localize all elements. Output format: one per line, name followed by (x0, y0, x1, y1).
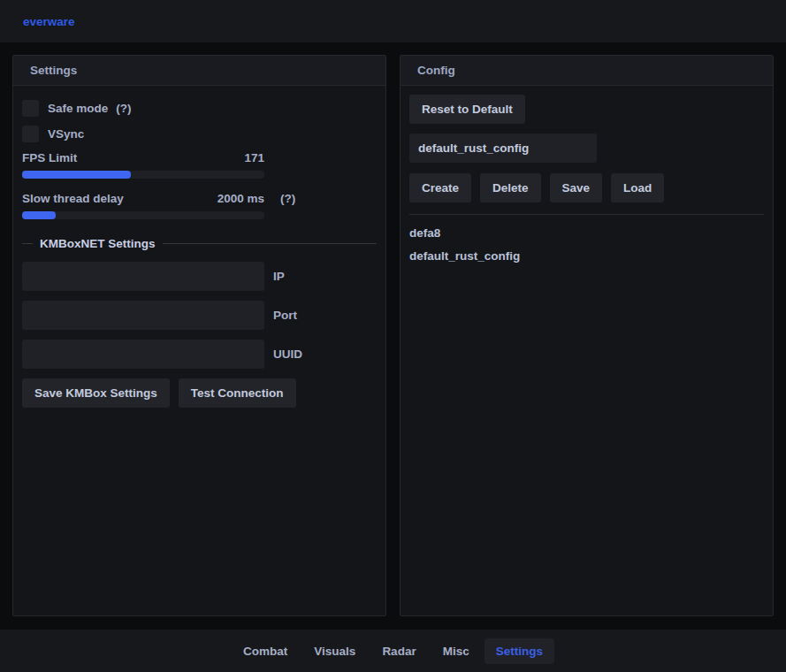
config-panel-body: Reset to Default Create Delete Save Load… (401, 86, 773, 277)
slow-thread-delay-caption: Slow thread delay 2000 ms (?) (22, 192, 264, 205)
ip-input[interactable] (22, 262, 264, 291)
slow-thread-delay-help-icon: (?) (280, 192, 295, 205)
vsync-row: VSync (22, 126, 377, 142)
settings-panel-title: Settings (13, 56, 385, 86)
port-input[interactable] (22, 301, 264, 330)
brand-logo: everware (23, 15, 75, 28)
config-list-item[interactable]: default_rust_config (409, 245, 764, 268)
fps-limit-label: FPS Limit (22, 151, 77, 164)
uuid-input[interactable] (22, 340, 264, 369)
create-config-button[interactable]: Create (409, 173, 471, 202)
safe-mode-row: Safe mode (?) (22, 100, 377, 117)
top-bar: everware (0, 0, 786, 42)
ip-row: IP (22, 262, 377, 291)
port-label: Port (273, 309, 297, 322)
slow-thread-delay-label: Slow thread delay (22, 192, 124, 205)
test-connection-button[interactable]: Test Connection (179, 378, 296, 408)
tab-visuals[interactable]: Visuals (302, 638, 367, 664)
separator-line (163, 243, 377, 244)
vsync-label: VSync (48, 127, 84, 141)
uuid-label: UUID (273, 347, 302, 361)
slow-thread-delay-slider-fill (22, 211, 56, 219)
fps-limit-value: 171 (244, 151, 264, 164)
fps-limit-group: FPS Limit 171 (22, 151, 377, 179)
safe-mode-checkbox[interactable] (22, 100, 39, 117)
delete-config-button[interactable]: Delete (480, 173, 541, 202)
uuid-row: UUID (22, 340, 377, 369)
config-list-separator (409, 214, 764, 215)
save-config-button[interactable]: Save (550, 173, 603, 202)
tab-settings[interactable]: Settings (485, 638, 554, 664)
tab-misc[interactable]: Misc (431, 638, 481, 664)
settings-panel-body: Safe mode (?) VSync FPS Limit 171 Slow t… (13, 86, 385, 416)
fps-limit-slider-fill (22, 171, 131, 179)
slow-thread-delay-group: Slow thread delay 2000 ms (?) (22, 192, 377, 219)
port-row: Port (22, 301, 377, 330)
config-actions-row: Create Delete Save Load (409, 173, 764, 202)
separator-line (22, 243, 33, 244)
slow-thread-delay-slider[interactable] (22, 211, 264, 219)
save-kmbox-settings-button[interactable]: Save KMBox Settings (22, 378, 170, 408)
config-list-item[interactable]: defa8 (409, 222, 764, 245)
tab-radar[interactable]: Radar (370, 638, 427, 664)
kmbox-section-separator: KMBoxNET Settings (22, 237, 377, 250)
kmbox-buttons-row: Save KMBox Settings Test Connection (22, 378, 377, 408)
safe-mode-help-icon: (?) (116, 102, 131, 115)
bottom-tab-bar: Combat Visuals Radar Misc Settings (0, 630, 786, 672)
fps-limit-caption: FPS Limit 171 (22, 151, 264, 164)
fps-limit-slider[interactable] (22, 171, 264, 179)
load-config-button[interactable]: Load (611, 173, 664, 202)
reset-to-default-button[interactable]: Reset to Default (409, 95, 525, 124)
vsync-checkbox[interactable] (22, 126, 39, 142)
tab-combat[interactable]: Combat (232, 638, 299, 664)
kmbox-section-title: KMBoxNET Settings (40, 237, 156, 250)
settings-panel: Settings Safe mode (?) VSync FPS Limit 1… (12, 55, 386, 616)
config-panel-title: Config (401, 56, 773, 86)
ip-label: IP (273, 270, 285, 283)
safe-mode-label: Safe mode (48, 102, 108, 115)
config-panel: Config Reset to Default Create Delete Sa… (400, 55, 774, 616)
config-name-input[interactable] (409, 134, 597, 163)
slow-thread-delay-value: 2000 ms (217, 192, 264, 205)
